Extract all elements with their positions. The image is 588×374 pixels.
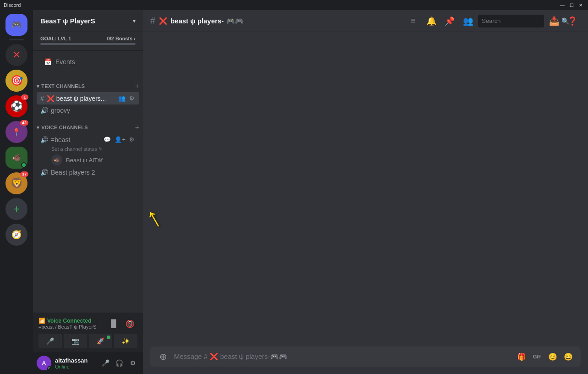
boost-goal-label: GOAL: LVL 1	[40, 36, 71, 41]
events-label: Events	[55, 58, 75, 66]
channel-name-beast-voice: =beast	[51, 136, 100, 143]
channel-header-name: ❌ beast ψ players- 🎮🎮	[159, 17, 244, 25]
headset-button[interactable]: 🎧	[113, 357, 125, 369]
channel-emoji: ❌	[159, 17, 168, 25]
voice-channels-header[interactable]: ▾ VOICE CHANNELS +	[33, 116, 143, 133]
search-bar[interactable]: 🔍	[478, 15, 544, 28]
server-icon-lion[interactable]: 🦁 37	[5, 172, 27, 194]
hash-icon: #	[40, 95, 44, 102]
channel-name-beast-players-2: Beast players 2	[51, 169, 136, 176]
microphone-button[interactable]: 🎤	[99, 357, 112, 369]
server-name: BeasT ψ PlayerS	[40, 17, 95, 25]
chat-area	[143, 32, 588, 346]
server-badge-lion: 37	[20, 171, 28, 177]
pin-icon[interactable]: 📌	[441, 13, 458, 29]
calendar-icon: 📅	[44, 58, 52, 66]
username-label: altafhassan	[55, 357, 95, 364]
close-button[interactable]: ✕	[577, 1, 584, 9]
maximize-button[interactable]: ☐	[568, 1, 575, 9]
boost-bar: GOAL: LVL 1 0/2 Boosts ›	[33, 32, 143, 49]
collapse-icon: ▾	[37, 83, 39, 89]
wifi-icon: 📶	[38, 318, 45, 324]
events-button[interactable]: 📅 Events	[37, 55, 139, 69]
channel-sidebar: BeasT ψ PlayerS ▾ GOAL: LVL 1 0/2 Boosts…	[33, 10, 143, 374]
server-header[interactable]: BeasT ψ PlayerS ▾	[33, 10, 143, 32]
text-channels-label: ▾ TEXT CHANNELS	[37, 83, 85, 89]
add-text-channel-button[interactable]: +	[135, 82, 139, 90]
add-voice-channel-button[interactable]: +	[135, 124, 139, 131]
inbox-icon[interactable]: 📥	[546, 13, 562, 29]
text-channels-header[interactable]: ▾ TEXT CHANNELS +	[33, 75, 143, 92]
gif-button[interactable]: GIF	[530, 350, 544, 363]
server-icon-pokeball[interactable]: ⚽ 1	[5, 95, 27, 117]
voice-channels-label: ▾ VOICE CHANNELS	[37, 125, 88, 131]
discord-logo: 🎮	[11, 20, 22, 30]
user-info: altafhassan Online	[55, 357, 95, 369]
settings-voice-icon[interactable]: ⚙	[128, 135, 136, 144]
invite-icon[interactable]: 👥	[117, 94, 126, 103]
app-title: Discord	[4, 2, 559, 8]
mute-button[interactable]: 🎤	[38, 334, 62, 348]
video-button[interactable]: 📷	[64, 334, 87, 348]
titlebar: Discord — ☐ ✕	[0, 0, 588, 10]
channel-item-beast-voice[interactable]: 🔊 =beast 💬 👤+ ⚙	[37, 133, 139, 146]
threads-icon[interactable]: ≡	[405, 13, 421, 29]
user-settings-button[interactable]: ⚙	[126, 357, 139, 369]
channel-status[interactable]: Set a channel status ✎	[33, 146, 143, 153]
boost-label: GOAL: LVL 1 0/2 Boosts ›	[40, 36, 136, 41]
channel-item-beast-players-2[interactable]: 🔊 Beast players 2	[37, 167, 139, 178]
add-attachment-button[interactable]: ⊕	[156, 346, 170, 367]
help-icon[interactable]: ❓	[564, 13, 581, 29]
channel-header: # ❌ beast ψ players- 🎮🎮 ≡ 🔔 📌 👥 🔍 📥 ❓	[143, 10, 588, 32]
voice-connected-info: 📶 Voice Connected =beast / BeasT ψ Playe…	[38, 318, 97, 330]
hash-channel-icon: #	[150, 16, 155, 26]
server-icon-pubg[interactable]	[5, 70, 27, 92]
chat-icon[interactable]: 💬	[103, 135, 112, 144]
activity-button[interactable]: ✨	[114, 334, 137, 348]
voice-icon: 🔊	[40, 136, 48, 143]
voice-bars-icon[interactable]: ▐▌	[106, 316, 121, 331]
emoji-icon[interactable]: 😄	[561, 350, 575, 363]
server-icon-purple[interactable]: 📍 42	[5, 121, 27, 143]
voice-controls-row: 🎤 📷 🚀 ✨	[38, 334, 137, 348]
boost-progress-bar	[40, 43, 136, 45]
server-icon-discord[interactable]: 🎮	[5, 14, 27, 36]
add-user-icon[interactable]: 👤+	[114, 135, 126, 144]
user-area: A altafhassan Online 🎤 🎧 ⚙	[33, 352, 143, 374]
members-icon[interactable]: 👥	[460, 13, 476, 29]
channel-name-beast-players: ❌ beast ψ players...	[47, 95, 114, 102]
user-status-label: Online	[55, 364, 95, 369]
gift-icon[interactable]: 🎁	[515, 350, 528, 363]
voice-channels-section: ▾ VOICE CHANNELS + 🔊 =beast 💬 👤+ ⚙ Set a…	[33, 116, 143, 178]
server-icon-beast[interactable]: 🐗	[5, 147, 27, 169]
game-icons: 🎮🎮	[226, 17, 244, 25]
server-divider	[9, 39, 24, 40]
message-input[interactable]	[174, 346, 511, 367]
sidebar-separator-2	[33, 73, 143, 73]
disconnect-icon[interactable]: 📵	[123, 316, 137, 331]
channel-name-groovy: groovy	[51, 107, 136, 114]
settings-icon[interactable]: ⚙	[128, 94, 136, 103]
explore-servers-button[interactable]: 🧭	[5, 224, 27, 246]
voice-connected-label: 📶 Voice Connected	[38, 318, 97, 324]
sticker-icon[interactable]: 😊	[546, 350, 560, 363]
screen-share-button[interactable]: 🚀	[89, 334, 112, 348]
server-icon-xmark[interactable]: ✕	[5, 44, 27, 66]
boost-value[interactable]: 0/2 Boosts ›	[107, 36, 136, 41]
add-server-button[interactable]: +	[5, 198, 27, 220]
voice-connected-actions: ▐▌ 📵	[106, 316, 137, 331]
server-badge-purple: 42	[20, 120, 28, 126]
sidebar-separator	[33, 50, 143, 51]
voice-username: Beast ψ AlTáf	[66, 157, 103, 164]
main-content: # ❌ beast ψ players- 🎮🎮 ≡ 🔔 📌 👥 🔍 📥 ❓	[143, 10, 588, 374]
channel-item-groovy[interactable]: 🔊 groovy	[37, 105, 139, 116]
minimize-button[interactable]: —	[559, 1, 566, 9]
online-indicator	[47, 366, 51, 370]
message-tools: 🎁 GIF 😊 😄	[515, 350, 575, 363]
voice-connected-bar: 📶 Voice Connected =beast / BeasT ψ Playe…	[33, 313, 143, 352]
user-actions: 🎤 🎧 ⚙	[99, 357, 139, 369]
bell-icon[interactable]: 🔔	[423, 13, 440, 29]
channel-item-beast-players[interactable]: # ❌ beast ψ players... 👥 ⚙	[37, 92, 139, 104]
voice-connected-top: 📶 Voice Connected =beast / BeasT ψ Playe…	[38, 316, 137, 331]
voice-user-item[interactable]: 🐗 Beast ψ AlTáf	[37, 154, 139, 166]
